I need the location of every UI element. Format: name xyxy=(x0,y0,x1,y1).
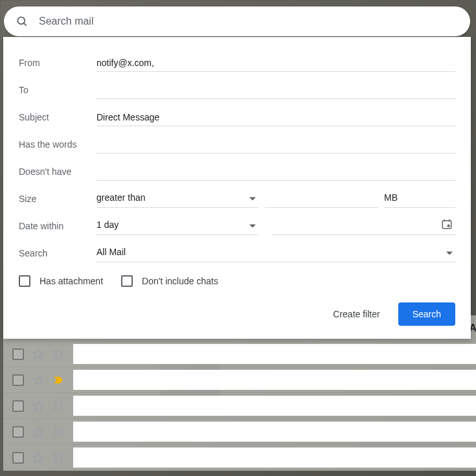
svg-rect-4 xyxy=(449,220,450,222)
checkbox-box xyxy=(121,275,133,287)
important-icon[interactable] xyxy=(52,425,65,438)
from-row: From xyxy=(19,52,455,73)
svg-marker-8 xyxy=(33,349,43,359)
mail-row[interactable] xyxy=(3,419,476,445)
svg-rect-3 xyxy=(444,220,446,222)
search-icon xyxy=(16,15,28,28)
svg-marker-13 xyxy=(54,403,63,409)
svg-marker-9 xyxy=(54,351,63,357)
has-words-row: Has the words xyxy=(19,134,455,155)
size-row: Size greater than MB xyxy=(19,188,455,209)
svg-marker-12 xyxy=(33,401,43,411)
svg-marker-17 xyxy=(54,455,63,461)
date-value-input[interactable] xyxy=(271,217,455,235)
doesnt-have-input[interactable] xyxy=(96,163,455,181)
search-bar[interactable] xyxy=(4,6,470,36)
mail-row[interactable] xyxy=(3,393,476,419)
calendar-icon[interactable] xyxy=(441,218,453,232)
mail-content-strip xyxy=(73,422,476,442)
to-input[interactable] xyxy=(96,81,455,99)
star-icon[interactable] xyxy=(32,374,45,387)
has-attachment-label: Has attachment xyxy=(40,276,103,286)
size-comparator-select[interactable]: greater than xyxy=(96,190,258,208)
svg-line-1 xyxy=(24,23,27,26)
advanced-search-panel: From To Subject Has the words Doesn't ha… xyxy=(3,37,471,339)
star-icon[interactable] xyxy=(32,451,45,464)
svg-marker-10 xyxy=(33,375,43,385)
search-in-label: Search xyxy=(19,248,96,258)
search-in-value: All Mail xyxy=(96,244,455,262)
to-label: To xyxy=(19,85,96,95)
important-icon[interactable] xyxy=(52,400,65,413)
star-icon[interactable] xyxy=(32,400,45,413)
size-label: Size xyxy=(19,194,96,204)
mail-row[interactable] xyxy=(3,445,476,471)
important-icon[interactable] xyxy=(52,348,65,361)
important-icon[interactable] xyxy=(52,374,65,387)
to-row: To xyxy=(19,80,455,100)
search-in-row: Search All Mail xyxy=(19,243,455,264)
select-checkbox[interactable] xyxy=(12,374,24,386)
svg-marker-15 xyxy=(54,429,63,435)
date-within-label: Date within xyxy=(19,221,96,231)
doesnt-have-row: Doesn't have xyxy=(19,161,455,182)
svg-marker-14 xyxy=(33,427,43,436)
size-comparator-value: greater than xyxy=(96,190,258,208)
select-checkbox[interactable] xyxy=(12,452,24,464)
select-checkbox[interactable] xyxy=(12,348,24,360)
subject-input[interactable] xyxy=(96,108,455,126)
checkbox-box xyxy=(19,275,30,287)
has-attachment-checkbox[interactable]: Has attachment xyxy=(19,275,103,287)
dont-include-chats-label: Don't include chats xyxy=(142,276,218,286)
search-input[interactable] xyxy=(39,16,459,27)
mail-row[interactable] xyxy=(3,367,476,393)
select-checkbox[interactable] xyxy=(12,426,24,438)
create-filter-button[interactable]: Create filter xyxy=(329,304,383,324)
date-range-value: 1 day xyxy=(96,217,258,235)
svg-marker-11 xyxy=(54,377,63,383)
search-in-select[interactable]: All Mail xyxy=(96,244,455,262)
size-number-input[interactable] xyxy=(265,190,378,208)
size-number-wrap xyxy=(265,190,378,208)
dont-include-chats-checkbox[interactable]: Don't include chats xyxy=(121,275,218,287)
subject-label: Subject xyxy=(19,112,96,122)
date-value-wrap xyxy=(271,217,455,235)
mail-content-strip xyxy=(73,396,476,416)
size-unit-select[interactable]: MB xyxy=(384,190,455,208)
has-words-label: Has the words xyxy=(19,139,96,150)
mail-list: Audiense Daily summary for account @Adam… xyxy=(3,315,476,471)
checkbox-row: Has attachment Don't include chats xyxy=(19,275,455,287)
mail-content-strip xyxy=(73,370,476,390)
size-unit-value: MB xyxy=(384,190,455,208)
from-input[interactable] xyxy=(96,54,455,72)
has-words-input[interactable] xyxy=(96,135,455,153)
from-label: From xyxy=(19,58,96,68)
mail-content-strip xyxy=(73,344,476,364)
svg-marker-16 xyxy=(33,453,43,462)
filter-buttons: Create filter Search xyxy=(19,302,455,326)
date-range-select[interactable]: 1 day xyxy=(96,217,258,235)
mail-row[interactable] xyxy=(3,341,476,367)
svg-rect-2 xyxy=(442,221,451,229)
select-checkbox[interactable] xyxy=(12,400,24,412)
star-icon[interactable] xyxy=(32,425,45,438)
search-button[interactable]: Search xyxy=(398,302,455,326)
star-icon[interactable] xyxy=(32,348,45,361)
date-within-row: Date within 1 day xyxy=(19,216,455,236)
svg-point-0 xyxy=(17,17,25,24)
svg-rect-5 xyxy=(448,225,450,227)
doesnt-have-label: Doesn't have xyxy=(19,166,96,177)
subject-row: Subject xyxy=(19,107,455,128)
important-icon[interactable] xyxy=(52,451,65,464)
mail-content-strip xyxy=(73,448,476,468)
